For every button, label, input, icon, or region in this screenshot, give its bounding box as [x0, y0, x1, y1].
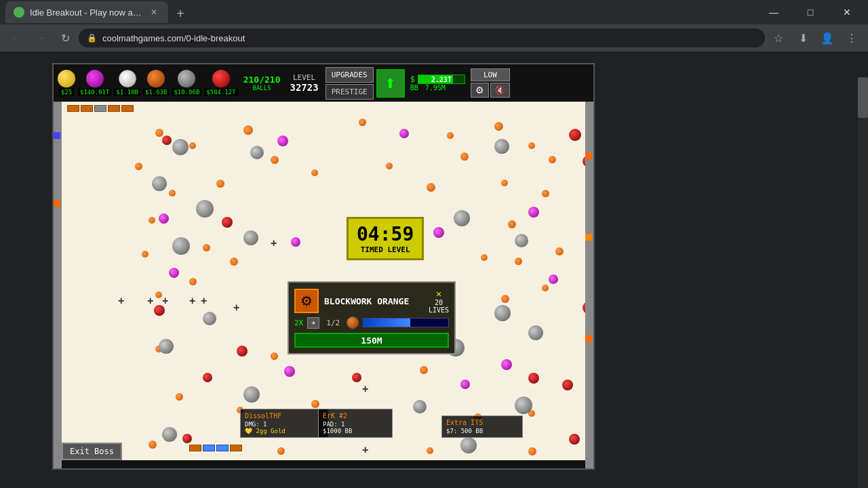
popup-1-row2: 💛 2gg Gold: [245, 428, 323, 434]
game-ball-gray-lo-2: [243, 386, 260, 403]
game-ball-pink-7: [169, 268, 179, 278]
settings-section: LOW ⚙ 🔇: [471, 68, 510, 98]
dollar-sign: $: [410, 75, 415, 84]
downloads-button[interactable]: ⬇: [792, 27, 814, 49]
arrow-up-button[interactable]: ⬆: [376, 69, 405, 98]
boss-lives-icon: ✕: [436, 288, 441, 299]
back-button[interactable]: ←: [5, 27, 27, 49]
game-ball-lo-7: [311, 400, 319, 408]
timer-value: 04:59: [357, 223, 414, 245]
boss-plus-btn[interactable]: +: [307, 317, 319, 329]
address-bar[interactable]: 🔒 coolmathgames.com/0-idle-breakout: [79, 28, 765, 47]
tab-favicon: [14, 7, 24, 18]
exit-boss-button[interactable]: Exit Boss: [62, 443, 122, 460]
game-ball-lo-13: [528, 447, 536, 455]
popup-2-row1: PAD: 1: [323, 421, 388, 428]
ball-slot-2[interactable]: $140.01T: [78, 70, 111, 96]
game-ball-orange-20: [508, 220, 516, 228]
brick-row-bottom: [189, 445, 242, 451]
brick-4: [108, 105, 120, 112]
game-ball-orange-8: [135, 163, 142, 170]
popup-3-row1: $7: 500 BB: [446, 428, 518, 434]
game-ball-red-4: [222, 217, 233, 228]
game-ball-o-29: [501, 295, 509, 303]
close-button[interactable]: ✕: [831, 0, 863, 24]
game-ball-pink-3: [528, 207, 539, 218]
game-ball-lo-10: [149, 441, 157, 449]
game-ball-lo-11: [277, 447, 285, 455]
game-field[interactable]: 04:59 TIMED LEVEL ⚙ BLOCKWORK ORANGE ✕ 2…: [54, 102, 593, 468]
quality-button[interactable]: LOW: [471, 68, 510, 81]
ball-slot-5[interactable]: $10.06B: [172, 70, 201, 96]
game-ball-gray-3: [196, 200, 214, 218]
game-ball-gray-lo-6: [460, 437, 477, 453]
bottom-popup-1: DissolTHF DMG: 1 💛 2gg Gold: [240, 409, 328, 438]
game-ball-gray-10: [494, 305, 511, 321]
brick-row-top: [67, 105, 134, 112]
timer-sublabel: TIMED LEVEL: [357, 245, 414, 254]
boss-stat-bar-fill: [363, 319, 410, 327]
game-ball-orange-17: [501, 180, 508, 186]
window-controls: — □ ✕: [758, 0, 863, 24]
scrollbar[interactable]: [858, 77, 868, 488]
bookmark-button[interactable]: ☆: [768, 27, 789, 49]
game-ball-red-lo-5: [569, 434, 580, 445]
boss-stat-bar: [363, 318, 449, 327]
game-ball-orange-18: [542, 190, 549, 197]
game-ball-pink-4: [159, 214, 169, 224]
nav-bar: ← → ↻ 🔒 coolmathgames.com/0-idle-breakou…: [0, 24, 868, 52]
game-ball-lo-2: [271, 352, 278, 360]
game-ball-orange-16: [427, 183, 435, 192]
ball-slot-4[interactable]: $1.63B: [143, 70, 170, 96]
tab-close-button[interactable]: ✕: [148, 6, 160, 18]
arrow-up-icon: ⬆: [384, 75, 396, 92]
boss-lives: ✕ 20 LIVES: [429, 288, 449, 314]
game-ball-orange-2: [189, 142, 196, 149]
menu-button[interactable]: ⋮: [841, 27, 863, 49]
game-ball-o-25: [515, 258, 522, 265]
profile-button[interactable]: 👤: [816, 27, 838, 49]
browser-tab[interactable]: Idle Breakout - Play now at Co ✕: [5, 1, 168, 23]
right-indicator-2: [585, 234, 592, 241]
plus-sign-2: +: [147, 295, 153, 307]
mute-button[interactable]: 🔇: [490, 83, 510, 98]
reload-button[interactable]: ↻: [54, 27, 76, 49]
game-ball-o-30: [542, 285, 549, 291]
game-ball-pink-1: [277, 136, 288, 146]
game-ball-gray-1: [172, 139, 189, 155]
plus-sign-5: +: [201, 295, 207, 307]
ball-white-cost: $1.10B: [114, 88, 140, 96]
upgrades-section: UPGRADES PRESTIGE: [326, 67, 374, 100]
ball-slot-1[interactable]: $25: [58, 70, 75, 96]
scrollbar-thumb[interactable]: [858, 77, 868, 118]
money-bar: 2.23T: [418, 75, 465, 84]
game-ball-pink-5: [291, 237, 300, 247]
upgrades-button[interactable]: UPGRADES: [326, 67, 374, 83]
plus-sign-1: +: [118, 295, 124, 307]
ball-magenta: [86, 70, 104, 87]
bottom-brick-4: [230, 445, 242, 451]
maximize-button[interactable]: □: [795, 0, 826, 24]
ball-slot-6[interactable]: $584.12T: [204, 70, 237, 96]
game-ball-o-22: [203, 244, 210, 251]
title-bar: Idle Breakout - Play now at Co ✕ + — □ ✕: [0, 0, 868, 24]
game-ball-gray-5: [494, 139, 509, 154]
game-ball-o-23: [230, 258, 238, 266]
prestige-button[interactable]: PRESTIGE: [326, 84, 374, 100]
popup-1-title: DissolTHF: [245, 412, 323, 420]
ball-slot-3[interactable]: $1.10B: [114, 70, 140, 96]
game-ball-pink-8: [549, 274, 558, 284]
game-ball-pink-10: [460, 380, 470, 389]
game-ball-red-9: [203, 373, 212, 382]
new-tab-button[interactable]: +: [171, 4, 190, 23]
game-ball-gray-9: [243, 230, 258, 245]
boss-lives-count: 20: [435, 299, 443, 306]
forward-button[interactable]: →: [30, 27, 52, 49]
boss-lives-label: LIVES: [429, 306, 449, 314]
game-ball-orange-7: [528, 142, 535, 149]
minimize-button[interactable]: —: [758, 0, 789, 24]
settings-button[interactable]: ⚙: [471, 83, 489, 98]
game-ball-o-26: [555, 247, 564, 256]
bottom-brick-2: [203, 445, 215, 451]
timer-display: 04:59 TIMED LEVEL: [347, 217, 424, 260]
